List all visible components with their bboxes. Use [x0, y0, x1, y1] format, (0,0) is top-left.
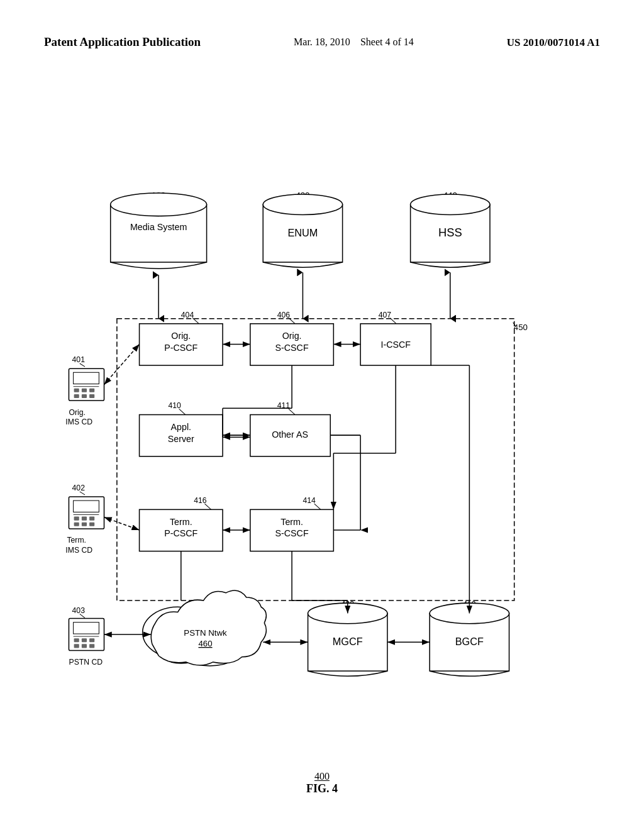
diagram-svg: 130 Media System 430 ENUM [31, 94, 613, 767]
hss-cylinder: 440 HSS [411, 191, 490, 267]
svg-text:402: 402 [72, 484, 86, 492]
svg-text:Media System: Media System [130, 222, 187, 232]
svg-text:460: 460 [198, 639, 212, 648]
svg-rect-103 [89, 638, 94, 642]
term-pcscf-box: 416 Term. P-CSCF [140, 496, 223, 551]
publication-number: US 2010/0071014 A1 [507, 35, 600, 51]
appl-server-box: 410 Appl. Server [140, 401, 223, 456]
svg-rect-91 [82, 523, 87, 526]
svg-text:S-CSCF: S-CSCF [275, 343, 309, 353]
svg-text:Orig.: Orig. [171, 331, 191, 341]
svg-line-50 [314, 504, 321, 509]
svg-text:S-CSCF: S-CSCF [275, 528, 309, 538]
svg-text:Term.: Term. [280, 517, 303, 527]
orig-ims-cd-device: 401 Orig. IMS CD [65, 355, 104, 426]
patent-diagram: 130 Media System 430 ENUM [31, 94, 613, 767]
svg-text:PSTN CD: PSTN CD [69, 658, 103, 667]
svg-text:PSTN Ntwk: PSTN Ntwk [184, 628, 227, 638]
media-system-cylinder: 130 Media System [111, 191, 207, 268]
svg-line-95 [104, 517, 140, 530]
svg-rect-75 [89, 389, 94, 392]
svg-rect-106 [89, 644, 94, 648]
svg-text:I-CSCF: I-CSCF [380, 340, 411, 350]
svg-text:P-CSCF: P-CSCF [164, 343, 197, 353]
svg-rect-76 [74, 394, 79, 398]
svg-rect-105 [82, 644, 87, 648]
svg-line-41 [289, 409, 295, 414]
publication-date-sheet: Mar. 18, 2010 Sheet 4 of 14 [294, 35, 414, 50]
svg-text:404: 404 [181, 311, 194, 319]
page-header: Patent Application Publication Mar. 18, … [0, 35, 644, 51]
svg-rect-77 [82, 394, 87, 398]
svg-line-81 [104, 344, 140, 384]
svg-point-8 [263, 194, 342, 215]
svg-text:403: 403 [72, 606, 86, 615]
svg-text:ENUM: ENUM [287, 227, 318, 238]
svg-rect-101 [74, 638, 79, 642]
svg-text:Appl.: Appl. [171, 422, 191, 432]
svg-rect-104 [74, 644, 79, 648]
svg-rect-88 [82, 517, 87, 521]
svg-text:BGCF: BGCF [455, 636, 484, 647]
svg-point-13 [411, 194, 490, 215]
svg-text:414: 414 [303, 496, 316, 505]
svg-text:Other AS: Other AS [272, 429, 308, 440]
svg-rect-87 [74, 517, 79, 521]
other-as-box: 411 Other AS [250, 401, 330, 456]
svg-text:IMS CD: IMS CD [65, 418, 92, 426]
svg-text:407: 407 [379, 311, 392, 319]
publication-date: Mar. 18, 2010 [294, 36, 350, 47]
svg-rect-78 [89, 394, 94, 398]
svg-rect-92 [89, 523, 94, 526]
svg-text:406: 406 [277, 311, 291, 319]
svg-text:450: 450 [514, 323, 528, 332]
svg-rect-90 [74, 523, 79, 526]
svg-text:Orig.: Orig. [69, 408, 85, 417]
svg-text:MGCF: MGCF [333, 636, 363, 647]
pstn-cd-device: 403 PSTN CD [69, 606, 104, 667]
term-ims-cd-device: 402 Term. IMS CD [65, 484, 104, 555]
term-scscf-box: 414 Term. S-CSCF [250, 496, 333, 551]
patent-page: Patent Application Publication Mar. 18, … [0, 0, 644, 830]
svg-rect-73 [74, 389, 79, 392]
pstn-cloud: PSTN Ntwk 460 [143, 590, 267, 666]
svg-rect-74 [82, 389, 87, 392]
figure-number: 400 [306, 771, 338, 782]
svg-rect-102 [82, 638, 87, 642]
svg-rect-89 [89, 517, 94, 521]
svg-text:401: 401 [72, 355, 86, 364]
enum-cylinder: 430 ENUM [263, 191, 342, 267]
svg-line-45 [205, 504, 211, 509]
sheet-info: Sheet 4 of 14 [360, 36, 414, 47]
figure-caption: 400 FIG. 4 [306, 771, 338, 795]
figure-label: FIG. 4 [306, 782, 338, 795]
svg-text:P-CSCF: P-CSCF [164, 528, 197, 538]
publication-title: Patent Application Publication [44, 35, 201, 50]
svg-point-3 [111, 193, 207, 216]
svg-text:Orig.: Orig. [282, 331, 302, 341]
svg-text:HSS: HSS [438, 226, 462, 239]
svg-text:Term.: Term. [170, 517, 192, 527]
svg-text:Server: Server [168, 434, 194, 444]
svg-line-36 [179, 409, 186, 414]
svg-text:411: 411 [277, 401, 291, 410]
svg-text:Term.: Term. [67, 536, 86, 545]
svg-text:IMS CD: IMS CD [65, 546, 92, 555]
